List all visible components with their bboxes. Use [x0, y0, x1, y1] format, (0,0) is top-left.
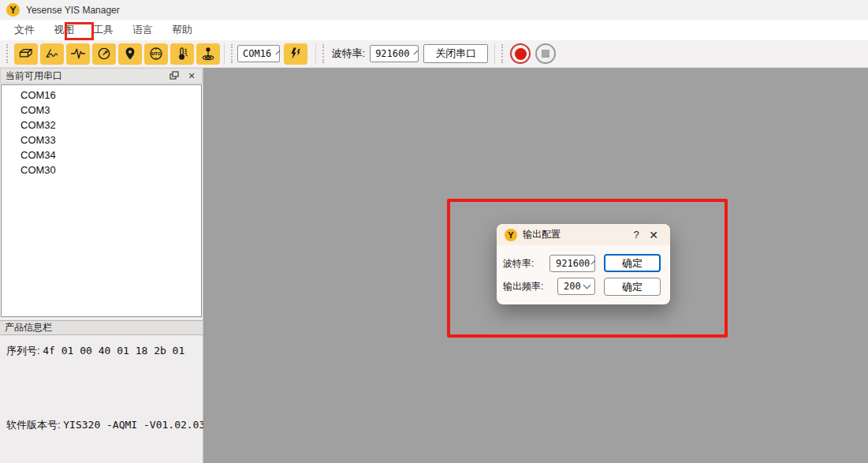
- sensor-probe-icon[interactable]: [196, 43, 220, 65]
- record-button[interactable]: [510, 43, 531, 64]
- chevron-down-icon: [414, 50, 419, 55]
- stop-button[interactable]: [535, 43, 556, 64]
- dialog-baud-ok-button[interactable]: 确定: [604, 254, 661, 272]
- close-panel-icon[interactable]: ✕: [186, 70, 197, 81]
- chevron-down-icon: [583, 282, 590, 289]
- svg-text:UTC: UTC: [151, 51, 160, 56]
- app-logo-icon: Y: [6, 3, 20, 17]
- title-bar: Y Yesense YIS Manager: [0, 0, 868, 20]
- port-list-item[interactable]: COM33: [2, 133, 201, 147]
- workspace-area: Y 输出配置 ? ✕ 波特率: 921600 确定 输出频率: 200: [203, 68, 868, 463]
- toolbar-separator: [315, 43, 316, 64]
- record-icon: [515, 48, 527, 60]
- toolbar-separator: [224, 43, 225, 64]
- dialog-title: 输出配置: [523, 228, 628, 241]
- cube-3d-icon[interactable]: [14, 43, 38, 65]
- com-port-select[interactable]: COM16: [237, 45, 280, 62]
- refresh-ports-button[interactable]: [284, 43, 307, 65]
- location-pin-icon[interactable]: [118, 43, 142, 65]
- waveform-icon[interactable]: [66, 43, 90, 65]
- menu-file[interactable]: 文件: [8, 21, 41, 39]
- menu-view[interactable]: 视图: [47, 21, 80, 39]
- port-list-item[interactable]: COM34: [2, 147, 201, 162]
- software-version-line: 软件版本号: YIS320 -AQMI -V01.02.03;: [6, 418, 211, 432]
- menu-help[interactable]: 帮助: [166, 21, 199, 39]
- port-list-item[interactable]: COM16: [2, 88, 201, 103]
- dialog-help-button[interactable]: ?: [628, 227, 645, 243]
- port-list: COM16 COM3 COM32 COM33 COM34 COM30: [1, 84, 202, 317]
- dialog-baud-select[interactable]: 921600: [549, 255, 595, 272]
- toolbar-separator: [494, 43, 495, 64]
- serial-number-line: 序列号: 4f 01 00 40 01 18 2b 01: [6, 344, 184, 358]
- serial-ports-panel-header: 当前可用串口 ✕: [0, 68, 203, 84]
- software-version-label: 软件版本号:: [6, 419, 61, 431]
- serial-number-label: 序列号:: [6, 345, 40, 357]
- dialog-baud-label: 波特率:: [503, 257, 534, 271]
- output-frequency-row: 输出频率:: [503, 278, 543, 295]
- thermometer-icon[interactable]: [170, 43, 194, 65]
- float-panel-icon[interactable]: [169, 70, 180, 81]
- toolbar-drag-handle[interactable]: [231, 44, 234, 63]
- port-list-item[interactable]: COM30: [2, 162, 201, 177]
- baud-rate-row: 波特率:: [503, 255, 534, 272]
- menu-tools[interactable]: 工具: [87, 21, 120, 39]
- gauge-icon[interactable]: [92, 43, 116, 65]
- utc-clock-icon[interactable]: UTC: [144, 43, 168, 65]
- port-list-item[interactable]: COM32: [2, 118, 201, 133]
- attitude-angle-wave-icon[interactable]: [40, 43, 64, 65]
- dialog-frequency-select[interactable]: 200: [557, 278, 595, 295]
- app-logo-icon: Y: [505, 229, 517, 241]
- menu-bar: 文件 视图 工具 语言 帮助: [0, 20, 868, 40]
- toolbar-drag-handle[interactable]: [6, 44, 9, 63]
- serial-ports-panel-title: 当前可用串口: [6, 69, 62, 83]
- chevron-down-icon: [276, 50, 281, 55]
- serial-ports-panel: 当前可用串口 ✕ COM16 COM3 COM32 COM33 COM34 CO…: [0, 68, 203, 463]
- software-version-value: YIS320 -AQMI -V01.02.03;: [63, 419, 211, 431]
- dialog-frequency-ok-button[interactable]: 确定: [604, 278, 661, 296]
- serial-number-value: 4f 01 00 40 01 18 2b 01: [43, 345, 184, 357]
- output-config-dialog: Y 输出配置 ? ✕ 波特率: 921600 确定 输出频率: 200: [497, 224, 670, 304]
- menu-language[interactable]: 语言: [126, 21, 159, 39]
- dialog-title-bar: Y 输出配置 ? ✕: [497, 224, 670, 245]
- window-title: Yesense YIS Manager: [26, 5, 120, 16]
- dialog-frequency-label: 输出频率:: [503, 280, 543, 293]
- toolbar: UTC COM16 波特率: 921600 关闭串口: [0, 40, 868, 68]
- toolbar-drag-handle[interactable]: [501, 44, 505, 63]
- baud-rate-label: 波特率:: [332, 47, 366, 61]
- stop-icon: [542, 50, 549, 58]
- product-info-header: 产品信息栏: [0, 320, 203, 335]
- close-serial-port-button[interactable]: 关闭串口: [423, 44, 488, 63]
- dialog-close-button[interactable]: ✕: [645, 227, 662, 243]
- port-list-item[interactable]: COM3: [2, 103, 201, 118]
- baud-rate-select[interactable]: 921600: [370, 45, 419, 62]
- toolbar-drag-handle[interactable]: [322, 44, 326, 63]
- chevron-down-icon: [591, 260, 596, 265]
